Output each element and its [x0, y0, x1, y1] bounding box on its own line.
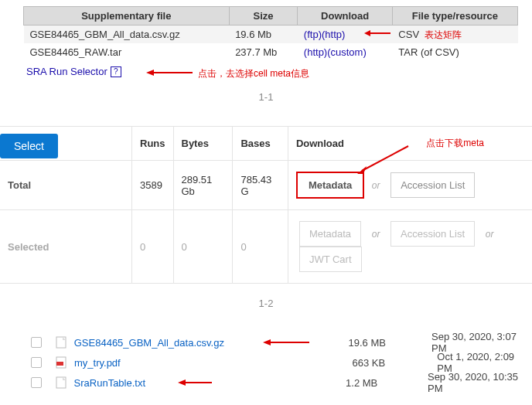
select-button[interactable]: Select [0, 134, 58, 158]
checkbox[interactable] [31, 357, 42, 368]
svg-rect-6 [56, 337, 66, 348]
section-2: Select 点击下载meta Runs Bytes Bases Downloa… [0, 126, 532, 309]
file-row: my_try.pdf 663 KB Oct 1, 2020, 2:09 PM [31, 352, 532, 373]
selected-row: Selected 0 0 0 Metadata or Accession Lis… [0, 210, 532, 284]
help-icon[interactable]: ? [111, 66, 121, 77]
cell-download-buttons: Metadata or Accession List or JWT Cart [288, 210, 532, 284]
cell-size: 237.7 Mb [229, 43, 298, 61]
cell-runs: 3589 [132, 161, 174, 210]
or-text: or [486, 229, 494, 240]
th-download: Download [288, 127, 532, 161]
svg-marker-3 [146, 70, 154, 76]
row-label: Total [0, 161, 132, 210]
file-size: 1.2 MB [346, 377, 428, 389]
file-icon [56, 376, 66, 389]
http-link[interactable]: (http) [322, 29, 345, 40]
file-icon [56, 336, 66, 349]
cell-filename: GSE84465_GBM_All_data.csv.gz [24, 26, 230, 44]
arrow-left-icon [364, 29, 390, 40]
file-name-link[interactable]: GSE84465_GBM_All_data.csv.gz [74, 337, 248, 349]
svg-line-4 [362, 146, 408, 171]
cell-type: CSV 表达矩阵 [392, 26, 517, 44]
cell-download: (ftp)(http) [298, 26, 392, 44]
checkbox[interactable] [31, 337, 42, 348]
svg-marker-9 [263, 339, 271, 345]
custom-link[interactable]: (custom) [327, 46, 367, 58]
file-size: 19.6 MB [349, 337, 432, 349]
file-date: Sep 30, 2020, 10:35 PM [428, 371, 532, 393]
th-size: Size [229, 7, 298, 26]
table-row: GSE84465_GBM_All_data.csv.gz 19.6 Mb (ft… [24, 26, 518, 44]
cell-download: (http)(custom) [298, 43, 392, 61]
row-label: Selected [0, 210, 132, 284]
cell-bases: 785.43 G [233, 161, 288, 210]
th-runs: Runs [132, 127, 174, 161]
annotation-click-meta: 点击，去选择cell meta信息 [198, 67, 309, 80]
section-3: GSE84465_GBM_All_data.csv.gz 19.6 MB Sep… [31, 332, 532, 393]
type-text: CSV [398, 29, 419, 40]
file-row: GSE84465_GBM_All_data.csv.gz 19.6 MB Sep… [31, 332, 532, 352]
arrow-left-icon [178, 378, 212, 390]
svg-marker-1 [364, 30, 370, 36]
cell-bytes: 289.51 Gb [173, 161, 233, 210]
http-link[interactable]: (http) [304, 46, 327, 58]
section-1: Supplementary file Size Download File ty… [0, 6, 532, 103]
cell-size: 19.6 Mb [229, 26, 298, 44]
th-file: Supplementary file [24, 7, 230, 26]
th-download: Download [298, 7, 392, 26]
cell-download-buttons: Metadata or Accession List [288, 161, 532, 210]
table-header-row: Supplementary file Size Download File ty… [24, 7, 518, 26]
total-row: Total 3589 289.51 Gb 785.43 G Metadata o… [0, 161, 532, 210]
arrow-left-icon [146, 68, 193, 80]
supplementary-table: Supplementary file Size Download File ty… [23, 6, 518, 61]
annotation-download-meta: 点击下载meta [426, 137, 484, 150]
th-bytes: Bytes [173, 127, 233, 161]
sra-run-selector-link[interactable]: SRA Run Selector [26, 66, 107, 77]
arrow-left-icon [263, 338, 309, 349]
table-row: GSE84465_RAW.tar 237.7 Mb (http)(custom)… [24, 43, 518, 61]
th-bases: Bases [233, 127, 288, 161]
metadata-button-disabled: Metadata [299, 221, 361, 247]
th-type: File type/resource [392, 7, 517, 26]
file-size: 663 KB [353, 357, 438, 369]
accession-list-button-disabled: Accession List [390, 221, 475, 247]
cell-type: TAR (of CSV) [392, 43, 517, 61]
or-text: or [372, 229, 380, 240]
figure-label-2: 1-2 [0, 298, 532, 309]
ftp-link[interactable]: (ftp) [304, 29, 322, 40]
cell-filename: GSE84465_RAW.tar [24, 43, 230, 61]
annotation-expression-matrix: 表达矩阵 [425, 29, 462, 42]
file-row: SraRunTable.txt 1.2 MB Sep 30, 2020, 10:… [31, 373, 532, 393]
or-text: or [372, 180, 380, 191]
file-name-link[interactable]: my_try.pdf [74, 357, 252, 369]
svg-rect-11 [56, 362, 63, 366]
svg-marker-5 [357, 166, 367, 174]
checkbox[interactable] [31, 377, 42, 388]
sra-run-selector-row: SRA Run Selector ? 点击，去选择cell meta信息 [26, 66, 532, 77]
file-name-link[interactable]: SraRunTable.txt [74, 377, 245, 389]
figure-label-1: 1-1 [0, 91, 532, 103]
jwt-cart-button-disabled: JWT Cart [299, 247, 362, 272]
svg-marker-15 [178, 379, 186, 386]
svg-rect-12 [56, 377, 66, 388]
cell-bases: 0 [233, 210, 288, 284]
cell-runs: 0 [132, 210, 174, 284]
metadata-button[interactable]: Metadata [296, 172, 364, 199]
arrow-diagonal-icon [356, 143, 410, 176]
pdf-icon [56, 356, 66, 369]
cell-bytes: 0 [173, 210, 233, 284]
